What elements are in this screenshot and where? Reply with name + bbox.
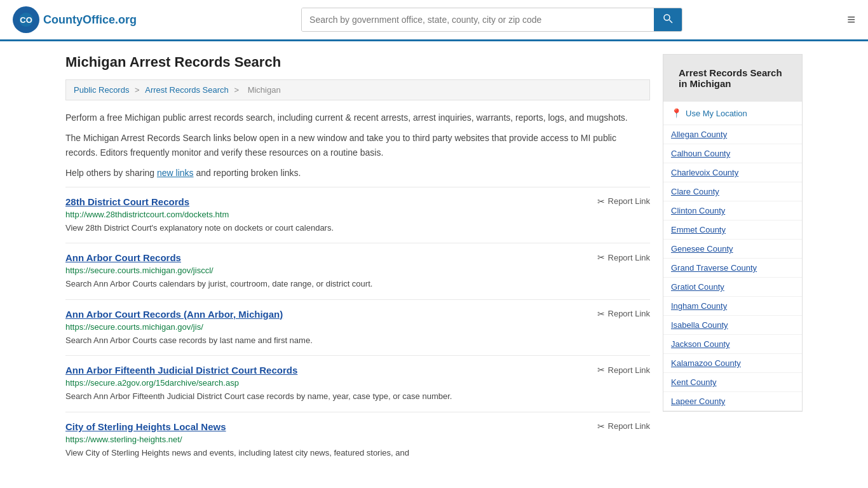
report-icon-2: ✂ bbox=[597, 309, 605, 319]
report-link-btn-2[interactable]: ✂ Report Link bbox=[597, 309, 650, 319]
report-icon-1: ✂ bbox=[597, 252, 605, 262]
breadcrumb-michigan: Michigan bbox=[248, 85, 281, 95]
breadcrumb-sep1: > bbox=[135, 85, 142, 95]
record-url-0[interactable]: http://www.28thdistrictcourt.com/dockets… bbox=[65, 210, 650, 219]
logo-text: CountyOffice.org bbox=[43, 13, 137, 27]
record-item: Ann Arbor Court Records ✂ Report Link ht… bbox=[65, 243, 650, 299]
report-link-label-2: Report Link bbox=[608, 309, 650, 318]
record-header: 28th District Court Records ✂ Report Lin… bbox=[65, 196, 650, 207]
search-button[interactable] bbox=[654, 8, 682, 31]
sidebar-county-12[interactable]: Kalamazoo County bbox=[663, 354, 802, 373]
record-header: Ann Arbor Court Records ✂ Report Link bbox=[65, 252, 650, 263]
breadcrumb-sep2: > bbox=[234, 85, 241, 95]
desc-3: Help others by sharing new links and rep… bbox=[65, 166, 650, 180]
menu-icon[interactable]: ≡ bbox=[847, 11, 855, 28]
sidebar-county-11[interactable]: Jackson County bbox=[663, 335, 802, 354]
sidebar-county-5[interactable]: Emmet County bbox=[663, 220, 802, 240]
record-title-0[interactable]: 28th District Court Records bbox=[65, 196, 189, 207]
sidebar-county-1[interactable]: Calhoun County bbox=[663, 144, 802, 163]
sidebar-county-0[interactable]: Allegan County bbox=[663, 125, 802, 144]
report-link-btn-0[interactable]: ✂ Report Link bbox=[597, 196, 650, 207]
report-link-btn-1[interactable]: ✂ Report Link bbox=[597, 252, 650, 262]
search-input[interactable] bbox=[302, 8, 654, 31]
record-item: 28th District Court Records ✂ Report Lin… bbox=[65, 187, 650, 243]
content-area: Michigan Arrest Records Search Public Re… bbox=[65, 54, 650, 468]
sidebar-county-8[interactable]: Gratiot County bbox=[663, 278, 802, 297]
record-url-3[interactable]: https://secure.a2gov.org/15darchive/sear… bbox=[65, 378, 650, 388]
header: CO CountyOffice.org ≡ bbox=[0, 0, 868, 41]
report-link-btn-4[interactable]: ✂ Report Link bbox=[597, 421, 650, 431]
report-link-label-0: Report Link bbox=[608, 196, 650, 206]
record-desc-4: View City of Sterling Heights news and e… bbox=[65, 447, 650, 459]
record-header: Ann Arbor Court Records (Ann Arbor, Mich… bbox=[65, 309, 650, 320]
sidebar-county-14[interactable]: Lapeer County bbox=[663, 392, 802, 411]
record-desc-3: Search Ann Arbor Fifteenth Judicial Dist… bbox=[65, 390, 650, 403]
report-link-label-4: Report Link bbox=[608, 421, 650, 431]
counties-list: Allegan CountyCalhoun CountyCharlevoix C… bbox=[663, 125, 802, 411]
report-icon-4: ✂ bbox=[597, 421, 605, 431]
svg-line-4 bbox=[670, 20, 673, 24]
record-title-4[interactable]: City of Sterling Heights Local News bbox=[65, 421, 226, 432]
record-desc-0: View 28th District Court's explanatory n… bbox=[65, 222, 650, 234]
record-title-1[interactable]: Ann Arbor Court Records bbox=[65, 252, 181, 263]
sidebar-county-3[interactable]: Clare County bbox=[663, 182, 802, 201]
sidebar-county-9[interactable]: Ingham County bbox=[663, 297, 802, 316]
sidebar-box: Arrest Records Search in Michigan 📍 Use … bbox=[663, 54, 803, 412]
search-wrapper bbox=[301, 8, 682, 32]
sidebar-title: Arrest Records Search in Michigan bbox=[671, 61, 794, 95]
record-url-4[interactable]: https://www.sterling-heights.net/ bbox=[65, 435, 650, 444]
breadcrumb-arrest-records[interactable]: Arrest Records Search bbox=[145, 85, 229, 95]
logo-icon: CO bbox=[13, 6, 39, 33]
sidebar-county-10[interactable]: Isabella County bbox=[663, 316, 802, 335]
record-header: Ann Arbor Fifteenth Judicial District Co… bbox=[65, 365, 650, 376]
record-item: City of Sterling Heights Local News ✂ Re… bbox=[65, 412, 650, 468]
report-link-label-3: Report Link bbox=[608, 365, 650, 375]
sidebar-county-4[interactable]: Clinton County bbox=[663, 201, 802, 220]
sidebar-title-wrapper: Arrest Records Search in Michigan bbox=[663, 55, 802, 102]
use-location-button[interactable]: 📍 Use My Location bbox=[663, 102, 802, 125]
report-link-btn-3[interactable]: ✂ Report Link bbox=[597, 365, 650, 375]
sidebar-county-6[interactable]: Genesee County bbox=[663, 240, 802, 259]
location-icon: 📍 bbox=[671, 108, 682, 118]
search-area bbox=[301, 8, 682, 32]
report-icon-0: ✂ bbox=[597, 196, 605, 207]
report-link-label-1: Report Link bbox=[608, 253, 650, 262]
logo-name: CountyOffice bbox=[43, 13, 115, 26]
breadcrumb: Public Records > Arrest Records Search >… bbox=[65, 79, 650, 100]
sidebar-county-13[interactable]: Kent County bbox=[663, 373, 802, 392]
logo-tld: .org bbox=[115, 13, 137, 26]
desc-3-post: and reporting broken links. bbox=[194, 168, 301, 178]
svg-text:CO: CO bbox=[20, 15, 32, 25]
desc-2: The Michigan Arrest Records Search links… bbox=[65, 131, 650, 159]
records-list: 28th District Court Records ✂ Report Lin… bbox=[65, 187, 650, 468]
sidebar-county-7[interactable]: Grand Traverse County bbox=[663, 259, 802, 278]
main-wrapper: Michigan Arrest Records Search Public Re… bbox=[53, 41, 815, 480]
record-title-2[interactable]: Ann Arbor Court Records (Ann Arbor, Mich… bbox=[65, 309, 283, 320]
sidebar: Arrest Records Search in Michigan 📍 Use … bbox=[663, 54, 803, 468]
report-icon-3: ✂ bbox=[597, 365, 605, 375]
record-desc-2: Search Ann Arbor Courts case records by … bbox=[65, 334, 650, 347]
record-item: Ann Arbor Court Records (Ann Arbor, Mich… bbox=[65, 299, 650, 356]
record-desc-1: Search Ann Arbor Courts calendars by jur… bbox=[65, 278, 650, 290]
use-location-label: Use My Location bbox=[686, 109, 747, 118]
desc-3-pre: Help others by sharing bbox=[65, 168, 157, 178]
record-url-2[interactable]: https://secure.courts.michigan.gov/jis/ bbox=[65, 322, 650, 332]
desc-1: Perform a free Michigan public arrest re… bbox=[65, 111, 650, 125]
logo-area: CO CountyOffice.org bbox=[13, 6, 137, 33]
record-item: Ann Arbor Fifteenth Judicial District Co… bbox=[65, 355, 650, 412]
record-title-3[interactable]: Ann Arbor Fifteenth Judicial District Co… bbox=[65, 365, 297, 376]
record-url-1[interactable]: https://secure.courts.michigan.gov/jiscc… bbox=[65, 266, 650, 275]
record-header: City of Sterling Heights Local News ✂ Re… bbox=[65, 421, 650, 432]
breadcrumb-public-records[interactable]: Public Records bbox=[74, 85, 129, 95]
svg-point-3 bbox=[664, 15, 670, 20]
new-links-link[interactable]: new links bbox=[157, 168, 194, 178]
page-title: Michigan Arrest Records Search bbox=[65, 54, 650, 71]
sidebar-county-2[interactable]: Charlevoix County bbox=[663, 163, 802, 182]
